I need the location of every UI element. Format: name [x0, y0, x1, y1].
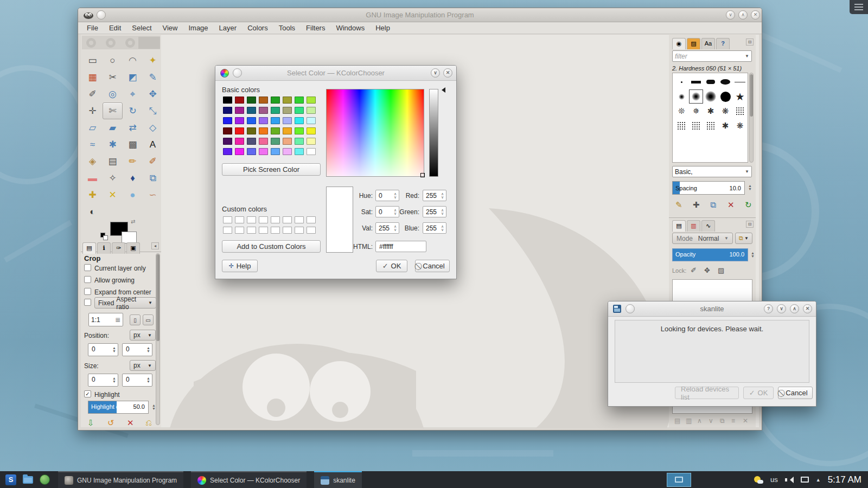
task-kcolor[interactable]: Select Color — KColorChooser — [191, 471, 307, 488]
brush-ellipse[interactable] — [718, 75, 732, 89]
select-by-color-tool-icon[interactable]: ▦ — [82, 69, 103, 86]
brush-tex2[interactable] — [674, 119, 688, 133]
custom-color-swatch-6[interactable] — [295, 216, 304, 223]
highlight-opacity-slider[interactable]: Highlight opaci... 50.0 — [88, 401, 149, 414]
custom-color-swatch-3[interactable] — [259, 216, 268, 223]
tab-channels[interactable]: ▥ — [687, 220, 700, 232]
skanlite-titlebar[interactable]: skanlite ? ∨ ∧ ✕ — [608, 301, 816, 317]
text-tool-icon[interactable]: A — [143, 136, 163, 153]
brush-soft3[interactable] — [704, 89, 718, 104]
scale-tool-icon[interactable]: ⤡ — [143, 102, 163, 119]
task-gimp[interactable]: GNU Image Manipulation Program — [58, 471, 183, 488]
shear-tool-icon[interactable]: ▱ — [82, 119, 103, 136]
menu-colors[interactable]: Colors — [242, 23, 273, 33]
basic-color-swatch-8[interactable] — [223, 107, 232, 114]
crop-tool-icon[interactable]: ✄ — [103, 102, 123, 119]
desktop-menu-icon[interactable] — [850, 0, 868, 14]
tab-tool-options[interactable]: ▤ — [82, 242, 96, 254]
close-button[interactable]: ✕ — [751, 10, 760, 20]
help-button[interactable]: ✢Help — [222, 260, 258, 272]
reset-tool-options-button[interactable]: ⎌ — [145, 418, 152, 428]
brush-bar[interactable] — [689, 75, 703, 89]
background-color-swatch[interactable] — [122, 232, 137, 243]
menu-file[interactable]: File — [81, 23, 104, 33]
align-tool-icon[interactable]: ✛ — [82, 102, 103, 119]
basic-color-swatch-5[interactable] — [283, 97, 292, 104]
task-skanlite[interactable]: skanlite — [314, 471, 362, 488]
basic-color-swatch-13[interactable] — [283, 107, 292, 114]
menu-help[interactable]: Help — [370, 23, 395, 33]
rectangle-select-tool-icon[interactable]: ▭ — [82, 52, 103, 69]
skanlite-cancel-button[interactable]: ⃠Cancel — [778, 387, 813, 399]
brush-dock-collapse-icon[interactable]: ⊟ — [746, 38, 754, 46]
tab-images[interactable]: ▣ — [126, 242, 140, 254]
toolbox-header[interactable] — [82, 36, 160, 49]
duplicate-brush-button[interactable]: ⧉ — [710, 200, 716, 210]
menu-edit[interactable]: Edit — [104, 23, 126, 33]
move-tool-icon[interactable]: ✥ — [143, 86, 163, 102]
brush-splat2[interactable]: ✵ — [689, 104, 703, 118]
pencil-tool-icon[interactable]: ✏ — [123, 153, 143, 170]
gradient-tool-icon[interactable]: ▤ — [103, 153, 123, 170]
layer-opacity-slider[interactable]: Opacity 100.0 — [672, 248, 748, 261]
layers-dock-collapse-icon[interactable]: ⊟ — [746, 221, 754, 228]
brush-splat5[interactable]: ✱ — [718, 119, 732, 133]
eraser-tool-icon[interactable]: ▬ — [82, 170, 103, 187]
basic-color-swatch-3[interactable] — [259, 97, 268, 104]
custom-color-swatch-2[interactable] — [247, 216, 256, 223]
measure-tool-icon[interactable]: ⌖ — [123, 86, 143, 102]
basic-color-swatch-15[interactable] — [307, 107, 316, 114]
basic-color-swatch-29[interactable] — [283, 127, 292, 134]
display-settings-icon[interactable] — [801, 477, 809, 483]
checkbox-allow-growing[interactable] — [84, 276, 91, 283]
basic-color-swatch-1[interactable] — [235, 97, 244, 104]
brush-tex3[interactable] — [689, 119, 703, 133]
value-bar[interactable] — [429, 89, 438, 177]
basic-color-swatch-45[interactable] — [283, 148, 292, 155]
brush-dot[interactable] — [674, 75, 688, 89]
tab-paths[interactable]: ∿ — [701, 220, 715, 232]
tab-brushes[interactable]: ◉ — [672, 38, 686, 49]
menu-windows[interactable]: Windows — [330, 23, 370, 33]
basic-color-swatch-35[interactable] — [259, 138, 268, 145]
custom-color-swatch-13[interactable] — [283, 227, 292, 234]
basic-color-swatch-23[interactable] — [307, 117, 316, 124]
basic-color-swatch-26[interactable] — [247, 127, 256, 134]
ink-tool-icon[interactable]: ♦ — [123, 170, 143, 187]
basic-color-swatch-24[interactable] — [223, 127, 232, 134]
brush-tex4[interactable] — [704, 119, 718, 133]
checkbox-expand-from-center[interactable] — [84, 288, 91, 295]
lower-layer-button[interactable]: ∨ — [709, 417, 713, 425]
pick-screen-color-button[interactable]: Pick Screen Color — [222, 163, 321, 176]
position-unit-dropdown[interactable]: px▼ — [130, 330, 156, 341]
basic-color-swatch-46[interactable] — [295, 148, 304, 155]
layer-opacity-arrows[interactable]: ▲▼ — [749, 249, 756, 260]
tab-device-status[interactable]: ℹ — [97, 242, 111, 254]
green-spinner[interactable]: 255∧∨ — [423, 206, 446, 217]
basic-color-swatch-43[interactable] — [259, 148, 268, 155]
skanlite-shade-button[interactable]: ∨ — [777, 304, 786, 313]
custom-color-swatch-5[interactable] — [283, 216, 292, 223]
custom-color-swatch-8[interactable] — [223, 227, 232, 234]
tab-help[interactable]: ? — [716, 38, 730, 49]
anchor-layer-button[interactable]: ≡ — [731, 417, 735, 425]
custom-color-swatch-10[interactable] — [247, 227, 256, 234]
swap-colors-icon[interactable]: ⇄ — [131, 219, 135, 224]
basic-color-swatch-39[interactable] — [307, 138, 316, 145]
delete-brush-button[interactable]: ✕ — [727, 200, 735, 210]
brush-splat1[interactable]: ❊ — [674, 104, 688, 118]
foreground-select-tool-icon[interactable]: ◩ — [123, 69, 143, 86]
brush-star[interactable]: ★ — [733, 89, 747, 104]
layer-mode-dropdown[interactable]: ModeNormal▼ — [672, 233, 733, 244]
weather-notification-icon[interactable] — [754, 476, 763, 484]
color-picker-tool-icon[interactable]: ✐ — [82, 86, 103, 102]
cage-transform-tool-icon[interactable]: ◇ — [143, 119, 163, 136]
portrait-button[interactable]: ▯ — [130, 314, 141, 325]
basic-color-swatch-7[interactable] — [307, 97, 316, 104]
menu-layer[interactable]: Layer — [214, 23, 242, 33]
heal-tool-icon[interactable]: ✚ — [82, 187, 103, 203]
basic-color-swatch-22[interactable] — [295, 117, 304, 124]
basic-color-swatch-33[interactable] — [235, 138, 244, 145]
volume-icon[interactable] — [785, 477, 794, 483]
airbrush-tool-icon[interactable]: ✧ — [103, 170, 123, 187]
